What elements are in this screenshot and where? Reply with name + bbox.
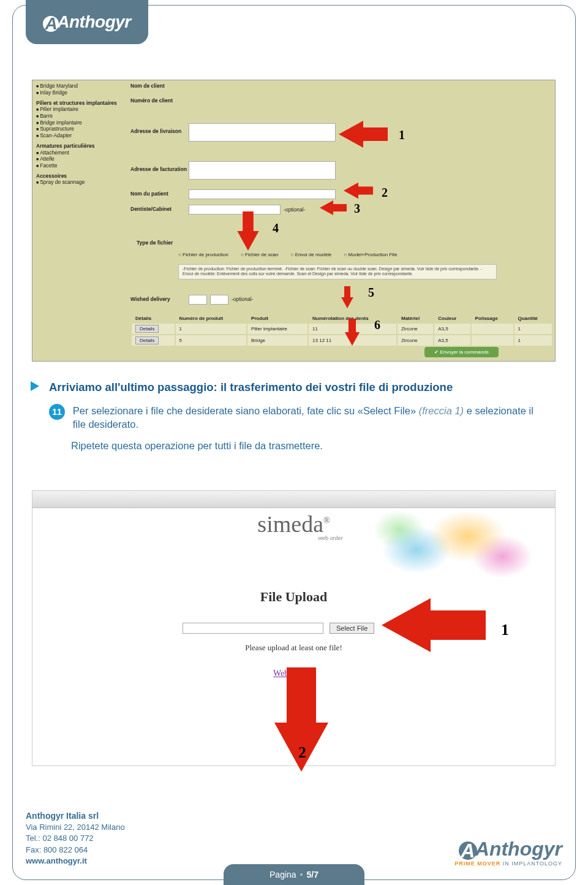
label-type-fichier: Type de fichier [137, 240, 173, 246]
radio-scan[interactable]: Fichier de scan [241, 252, 278, 257]
footer-company: Anthogyr Italia srl [26, 810, 125, 822]
callout-3: 3 [354, 202, 360, 216]
callout-4: 4 [273, 221, 279, 235]
submit-order-button[interactable]: ✔ Envoyer la commande [424, 347, 499, 357]
brand-logo: AAnthogyr [43, 12, 130, 32]
callout-2: 2 [382, 186, 388, 200]
footer-url: www.anthogyr.it [26, 856, 125, 867]
field-delivery-1[interactable] [189, 295, 207, 305]
radio-envoi[interactable]: Envoi de modèle [291, 252, 332, 257]
callout-1: 1 [399, 128, 405, 142]
label-numero-client: Numéro de client [130, 97, 173, 104]
sidebar-item[interactable]: Attelle [36, 156, 121, 162]
callout-6: 6 [374, 318, 380, 332]
select-file-button[interactable]: Select File [330, 623, 374, 634]
field-dentiste[interactable] [189, 205, 281, 215]
label-dentiste: Dentiste/Cabinet [130, 206, 172, 212]
form-area: Nom de client Numéro de client Adresse d… [130, 80, 555, 361]
footer-tel: Tel.: 02 848 00 772 [26, 833, 125, 844]
instruction-heading: Arriviamo all'ultimo passaggio: il trasf… [49, 380, 545, 395]
sidebar-item[interactable]: Spray de scannage [36, 179, 121, 186]
file-upload-row: Select File [183, 623, 374, 634]
file-path-input[interactable] [183, 623, 323, 634]
label-nom-client: Nom de client [130, 83, 165, 89]
step-badge: 11 [49, 404, 65, 420]
field-nom-patient[interactable] [189, 189, 336, 199]
sidebar-item[interactable]: Inlay Bridge [36, 89, 121, 96]
label-wished-delivery: Wished delivery [130, 296, 170, 302]
file-upload-title: File Upload [32, 589, 555, 605]
header-logo-tab: AAnthogyr [26, 0, 148, 44]
label-nom-patient: Nom du patient [130, 191, 168, 197]
sidebar-group: Piliers et structures implantaires [36, 100, 121, 107]
arrow-5-icon [341, 297, 353, 308]
optional-hint2: -optional- [232, 296, 253, 302]
sidebar-item[interactable]: Barre [36, 113, 121, 120]
table-row[interactable]: Details 5 Bridge 13 12 11 Zircone A3,5 1 [132, 335, 552, 346]
arrow-4-icon [237, 231, 258, 251]
screenshot-order-form: Bridge Maryland Inlay Bridge Piliers et … [32, 80, 556, 362]
field-adresse-livraison[interactable] [189, 123, 336, 142]
callout-5: 5 [368, 286, 374, 300]
details-button[interactable]: Details [135, 336, 159, 344]
field-adresse-facturation[interactable] [189, 161, 336, 180]
sidebar-item[interactable]: Suprastructure [36, 126, 121, 132]
callout-1: 1 [501, 621, 509, 639]
file-type-note: -Fichier de production: Fichier de produ… [178, 264, 497, 279]
sidebar-item[interactable]: Facette [36, 162, 121, 169]
sidebar-item[interactable]: Bridge implantaire [36, 120, 121, 126]
callout-2: 2 [298, 743, 306, 762]
arrow-2-icon [344, 183, 358, 199]
product-table: Détails Numéro de produit Produit Numéro… [130, 313, 553, 347]
sidebar-item[interactable]: Scan-Adapter [36, 132, 121, 139]
triangle-bullet-icon [31, 381, 39, 391]
field-delivery-2[interactable] [210, 295, 228, 305]
step-text: Per selezionare i file che desiderate si… [73, 404, 538, 431]
label-adresse-facturation: Adresse de facturation [130, 166, 187, 172]
sidebar-group: Armatures particulières [36, 143, 121, 150]
arrow-1-icon [339, 121, 363, 148]
browser-topbar [32, 491, 555, 508]
page-number-pill: Pagina•5/7 [224, 864, 364, 885]
sidebar-item[interactable]: Attachement [36, 150, 121, 156]
product-sidebar: Bridge Maryland Inlay Bridge Piliers et … [32, 80, 124, 361]
label-adresse-livraison: Adresse de livraison [130, 128, 181, 134]
repeat-line: Ripetete questa operazione per tutti i f… [71, 439, 545, 452]
arrow-6-icon [345, 332, 360, 346]
radio-production[interactable]: Fichier de production [178, 252, 228, 257]
table-row[interactable]: Details 1 Pilier implantaire 11 Zircone … [132, 324, 552, 334]
sidebar-item[interactable]: Bridge Maryland [36, 83, 121, 89]
upload-warning: Please upload at least one file! [32, 643, 555, 653]
footer-fax: Fax: 800 822 064 [26, 845, 125, 856]
arrow-3-icon [320, 200, 333, 215]
footer-logo: AAnthogyr PRIME MOVER IN IMPLANTOLOGY [454, 838, 562, 867]
sidebar-item[interactable]: Pilier implantaire [36, 106, 121, 113]
footer-contact: Anthogyr Italia srl Via Rimini 22, 20142… [26, 810, 125, 867]
screenshot-file-upload: simeda® web order File Upload Select Fil… [32, 490, 556, 766]
radio-model-prod[interactable]: Model+Production File [344, 252, 397, 257]
arrow-1-icon [382, 598, 431, 652]
details-button[interactable]: Details [135, 325, 159, 333]
sidebar-group: Accessoires [36, 173, 121, 180]
simeda-brand: simeda® web order [32, 511, 555, 541]
instruction-block: Arriviamo all'ultimo passaggio: il trasf… [49, 380, 545, 452]
file-type-radios[interactable]: Fichier de production Fichier de scan En… [178, 252, 408, 257]
footer-address: Via Rimini 22, 20142 Milano [26, 822, 125, 833]
table-header: Détails Numéro de produit Produit Numéro… [132, 314, 552, 322]
optional-hint: -optional- [284, 207, 305, 213]
